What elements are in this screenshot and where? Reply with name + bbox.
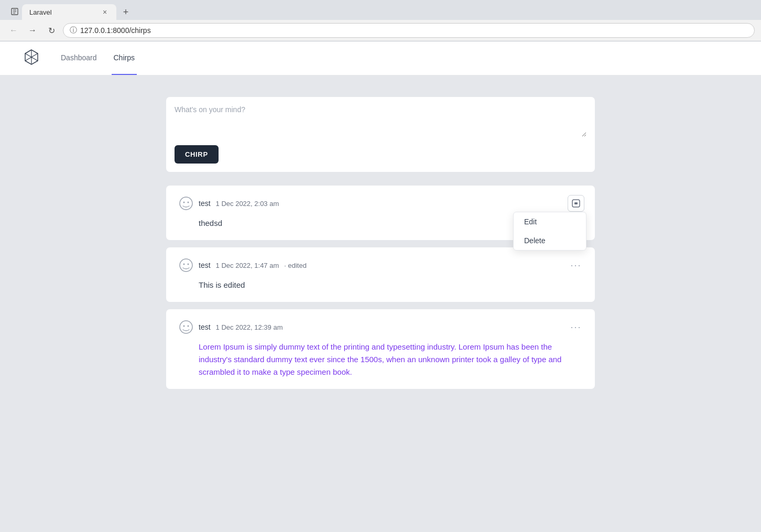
chirp-username-2: test bbox=[199, 261, 211, 269]
chirp-body-2: This is edited bbox=[179, 279, 582, 291]
chirp-username-3: test bbox=[199, 323, 211, 331]
chirp-card-3: test 1 Dec 2022, 12:39 am Lorem Ipsum is… bbox=[166, 309, 595, 389]
app-nav: Dashboard Chirps bbox=[59, 41, 137, 75]
chirp-card-2: test 1 Dec 2022, 1:47 am · edited This i… bbox=[166, 247, 595, 302]
app-header: Dashboard Chirps bbox=[0, 41, 761, 75]
chirp-time-1: 1 Dec 2022, 2:03 am bbox=[216, 200, 279, 208]
svg-point-14 bbox=[188, 325, 189, 327]
info-icon: ⓘ bbox=[70, 26, 77, 35]
chirp-avatar-3 bbox=[179, 320, 193, 334]
chirp-time-2: 1 Dec 2022, 1:47 am bbox=[216, 262, 279, 269]
chirp-avatar-1 bbox=[179, 196, 193, 211]
chirp-header-1: test 1 Dec 2022, 2:03 am bbox=[179, 196, 582, 211]
compose-textarea[interactable] bbox=[175, 105, 586, 137]
svg-point-4 bbox=[180, 197, 192, 210]
svg-point-6 bbox=[188, 202, 189, 203]
tab-label: Laravel bbox=[29, 8, 52, 16]
dropdown-edit[interactable]: Edit bbox=[514, 212, 586, 231]
chirp-avatar-2 bbox=[179, 258, 193, 273]
url-display: 127.0.0.1:8000/chirps bbox=[80, 26, 151, 35]
browser-chrome: Laravel × + ← → ↻ ⓘ 127.0.0.1:8000/chirp… bbox=[0, 0, 761, 41]
address-bar[interactable]: ⓘ 127.0.0.1:8000/chirps bbox=[63, 23, 755, 38]
svg-point-9 bbox=[180, 259, 192, 272]
app-logo[interactable] bbox=[21, 48, 42, 69]
chirp-menu-button-3[interactable]: ··· bbox=[568, 319, 584, 335]
nav-dashboard[interactable]: Dashboard bbox=[59, 41, 99, 75]
tab-bar: Laravel × + bbox=[0, 0, 761, 20]
tab-close-button[interactable]: × bbox=[101, 8, 109, 16]
back-button[interactable]: ← bbox=[6, 23, 21, 38]
compose-card: CHIRP bbox=[166, 96, 595, 172]
svg-rect-8 bbox=[574, 202, 578, 204]
chirp-body-3: Lorem Ipsum is simply dummy text of the … bbox=[179, 341, 582, 378]
svg-point-12 bbox=[180, 321, 192, 333]
tab-page-icon bbox=[10, 7, 19, 17]
svg-point-10 bbox=[183, 264, 185, 265]
svg-point-11 bbox=[188, 264, 189, 265]
nav-chirps[interactable]: Chirps bbox=[112, 41, 137, 75]
chirp-button[interactable]: CHIRP bbox=[175, 145, 219, 164]
forward-button[interactable]: → bbox=[25, 23, 40, 38]
chirp-menu-button-2[interactable]: ··· bbox=[568, 257, 584, 274]
nav-bar: ← → ↻ ⓘ 127.0.0.1:8000/chirps bbox=[0, 20, 761, 41]
dropdown-delete[interactable]: Delete bbox=[514, 231, 586, 250]
svg-point-13 bbox=[183, 325, 185, 327]
new-tab-button[interactable]: + bbox=[118, 5, 133, 19]
chirp-header-2: test 1 Dec 2022, 1:47 am · edited bbox=[179, 258, 582, 273]
chirp-dropdown-menu-1: Edit Delete bbox=[513, 212, 586, 251]
chirp-card-1: test 1 Dec 2022, 2:03 am thedsd Edit Del… bbox=[166, 185, 595, 241]
chirp-time-3: 1 Dec 2022, 12:39 am bbox=[216, 323, 283, 331]
chirp-edited-2: · edited bbox=[284, 262, 307, 269]
svg-point-5 bbox=[183, 202, 185, 203]
chirp-header-3: test 1 Dec 2022, 12:39 am bbox=[179, 320, 582, 334]
chirp-username-1: test bbox=[199, 199, 211, 208]
reload-button[interactable]: ↻ bbox=[44, 23, 59, 38]
browser-tab[interactable]: Laravel × bbox=[22, 4, 116, 20]
page-content: CHIRP test 1 Dec 2022, 2:03 am thedsd bbox=[145, 75, 616, 417]
chirp-menu-button-1[interactable] bbox=[568, 195, 584, 212]
